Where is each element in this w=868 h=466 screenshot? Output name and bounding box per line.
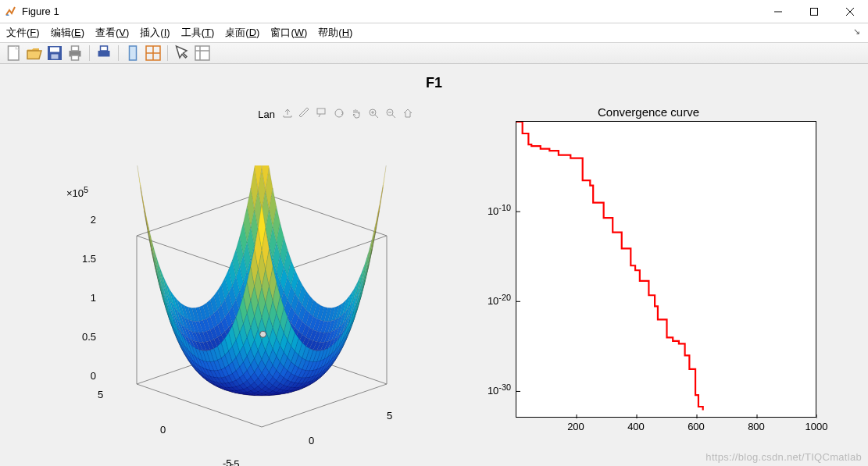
menu-bar: 文件(F) 编辑(E) 查看(V) 插入(I) 工具(T) 桌面(D) 窗口(W… <box>0 23 868 42</box>
svg-point-22 <box>335 109 343 117</box>
svg-rect-7 <box>50 48 59 52</box>
toolbar-separator <box>118 45 119 61</box>
toolbar <box>0 42 868 64</box>
convergence-plot[interactable] <box>516 122 817 418</box>
svg-rect-8 <box>52 55 59 59</box>
home-icon[interactable] <box>402 107 414 122</box>
chevron-down-icon[interactable]: ↘ <box>853 27 860 37</box>
minimize-button[interactable] <box>760 0 796 23</box>
toolbar-separator <box>167 45 168 61</box>
svg-line-28 <box>392 115 395 118</box>
menu-edit[interactable]: 编辑(E) <box>51 26 84 40</box>
svg-rect-1 <box>811 8 818 15</box>
zoom-out-icon[interactable] <box>384 107 397 122</box>
save-button[interactable] <box>45 44 64 62</box>
svg-rect-14 <box>130 46 137 60</box>
plot-box <box>516 121 816 418</box>
axes-toolbar-label: Lan <box>258 108 275 120</box>
svg-rect-10 <box>72 46 79 51</box>
print-button[interactable] <box>66 44 84 62</box>
svg-rect-13 <box>101 46 108 51</box>
menu-view[interactable]: 查看(V) <box>95 26 129 40</box>
toolbar-separator <box>89 45 90 61</box>
menu-insert[interactable]: 插入(I) <box>140 26 170 40</box>
link-button[interactable] <box>123 44 142 62</box>
window-title: Figure 1 <box>22 5 59 17</box>
figure-title: F1 <box>0 75 868 91</box>
datatip-icon[interactable] <box>316 107 328 122</box>
svg-rect-11 <box>72 55 79 60</box>
z-ticks: 2 1.5 1 0.5 0 <box>73 215 96 410</box>
brush-icon[interactable] <box>298 107 311 122</box>
convergence-title: Convergence curve <box>477 105 820 119</box>
z-exponent-label: ×105 <box>66 185 88 199</box>
svg-rect-21 <box>317 108 325 114</box>
axes-toolbar: Lan <box>258 107 414 122</box>
export-icon[interactable] <box>281 107 294 122</box>
figure-client: F1 Lan ×105 2 1.5 1 0.5 0 5 0 -5 <box>0 64 868 466</box>
maximize-button[interactable] <box>796 0 832 23</box>
convergence-axes[interactable]: Convergence curve 10-10 10-20 10-30 200 … <box>477 107 820 443</box>
pan-icon[interactable] <box>350 107 363 122</box>
surface-axes[interactable]: Lan ×105 2 1.5 1 0.5 0 5 0 -5 -5 0 5 <box>59 111 426 446</box>
menu-help[interactable]: 帮助(H) <box>318 26 352 40</box>
menu-desktop[interactable]: 桌面(D) <box>225 26 259 40</box>
surface-plot[interactable] <box>105 165 418 446</box>
menu-file[interactable]: 文件(F) <box>6 26 40 40</box>
svg-line-24 <box>375 115 378 118</box>
title-bar: Figure 1 <box>0 0 868 23</box>
new-button[interactable] <box>5 44 23 62</box>
pointer-button[interactable] <box>173 44 191 62</box>
close-button[interactable] <box>832 0 868 23</box>
svg-rect-18 <box>195 46 209 60</box>
matlab-icon <box>5 5 17 18</box>
menu-tools[interactable]: 工具(T) <box>181 26 215 40</box>
watermark: https://blog.csdn.net/TIQCmatlab <box>705 451 862 463</box>
print-preview-button[interactable] <box>95 44 113 62</box>
rotate-icon[interactable] <box>333 107 345 122</box>
open-button[interactable] <box>25 44 44 62</box>
data-cursor-button[interactable] <box>193 44 212 62</box>
svg-rect-12 <box>98 51 110 57</box>
menu-window[interactable]: 窗口(W) <box>270 26 307 40</box>
layout-button[interactable] <box>144 44 163 62</box>
zoom-in-icon[interactable] <box>367 107 380 122</box>
